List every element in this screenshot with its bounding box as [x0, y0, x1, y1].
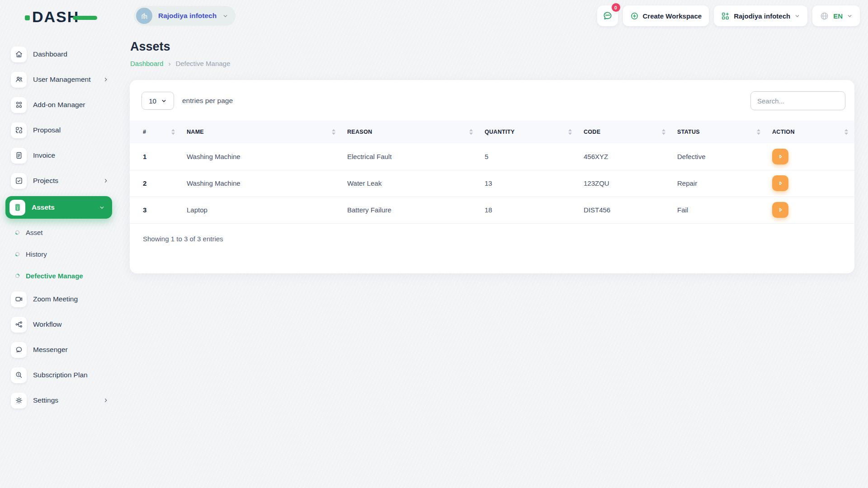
grid-plus-icon: [721, 12, 730, 20]
search-input[interactable]: [750, 91, 845, 110]
cell-reason: Water Leak: [347, 170, 485, 197]
column-header-name[interactable]: NAME: [187, 121, 347, 143]
sidebar-item-label: Assets: [32, 203, 55, 211]
table-row: 3 Laptop Battery Failure 18 DIST456 Fail: [130, 197, 854, 223]
sidebar-item-label: Workflow: [33, 320, 61, 328]
video-icon: [11, 291, 27, 307]
sidebar-subitem-defective-manage[interactable]: Defective Manage: [0, 265, 118, 286]
sort-arrows-icon[interactable]: [469, 129, 474, 135]
cell-code: 123ZQU: [584, 170, 677, 197]
sidebar-item-zoom-meeting[interactable]: Zoom Meeting: [0, 286, 118, 312]
globe-icon: [820, 11, 829, 21]
create-workspace-label: Create Workspace: [643, 12, 702, 20]
column-header-num[interactable]: #: [130, 121, 187, 143]
sidebar-item-projects[interactable]: Projects: [0, 168, 118, 193]
breadcrumb-dashboard-link[interactable]: Dashboard: [130, 60, 163, 67]
chevron-right-icon: [103, 77, 108, 82]
caret-right-icon: [777, 180, 784, 187]
cell-num: 3: [130, 197, 187, 223]
sidebar-item-label: Proposal: [33, 126, 61, 134]
row-action-button[interactable]: [772, 202, 788, 218]
sidebar-item-addon-manager[interactable]: Add-on Manager: [0, 92, 118, 117]
workspace-dropdown[interactable]: Rajodiya infotech: [714, 5, 807, 26]
workspace-avatar: [136, 8, 152, 24]
sidebar-item-label: Messenger: [33, 346, 68, 354]
column-header-code[interactable]: CODE: [584, 121, 677, 143]
check-square-icon: [11, 173, 27, 189]
share-icon: [11, 317, 27, 333]
workspace-switcher-pill[interactable]: Rajodiya infotech: [134, 6, 236, 26]
sidebar-item-label: Dashboard: [33, 50, 67, 58]
chevron-down-icon: [222, 13, 228, 19]
language-selector[interactable]: EN: [812, 5, 860, 26]
logo-dash-shape: [73, 16, 97, 20]
cell-code: 456XYZ: [584, 143, 677, 170]
plus-circle-icon: [630, 12, 639, 20]
cell-num: 2: [130, 170, 187, 197]
sort-arrows-icon[interactable]: [332, 129, 336, 135]
messages-count-badge: 0: [612, 3, 620, 12]
entries-per-page-select[interactable]: 10: [142, 92, 174, 110]
cell-action: [772, 170, 854, 197]
sidebar-item-label: Subscription Plan: [33, 371, 88, 379]
sidebar-item-assets[interactable]: Assets: [5, 196, 112, 219]
column-header-reason[interactable]: REASON: [347, 121, 485, 143]
cell-quantity: 5: [485, 143, 584, 170]
row-action-button[interactable]: [772, 175, 788, 191]
sidebar-item-settings[interactable]: Settings: [0, 388, 118, 413]
sort-arrows-icon[interactable]: [662, 129, 666, 135]
sort-arrows-icon[interactable]: [568, 129, 573, 135]
cell-action: [772, 197, 854, 223]
sort-arrows-icon[interactable]: [844, 129, 849, 135]
table-entries-summary: Showing 1 to 3 of 3 entries: [143, 235, 223, 243]
breadcrumb-separator-icon: ›: [168, 60, 170, 67]
bullet-ring-icon: [15, 273, 20, 278]
cell-action: [772, 143, 854, 170]
sidebar-item-subscription-plan[interactable]: $ Subscription Plan: [0, 362, 118, 388]
chevron-down-icon: [161, 98, 167, 104]
workspace-dropdown-label: Rajodiya infotech: [734, 12, 790, 20]
sidebar-item-messenger[interactable]: Messenger: [0, 337, 118, 362]
cell-num: 1: [130, 143, 187, 170]
sidebar-item-proposal[interactable]: Proposal: [0, 117, 118, 143]
entries-per-page-label: entries per page: [182, 92, 233, 110]
sidebar-item-invoice[interactable]: Invoice: [0, 143, 118, 168]
brand-logo[interactable]: DASH: [25, 7, 97, 26]
sidebar-item-label: Add-on Manager: [33, 101, 85, 109]
sidebar-subitem-history[interactable]: History: [0, 243, 118, 265]
topbar-actions: 0 Create Workspace Rajodiya infotech EN: [597, 5, 860, 26]
sort-arrows-icon[interactable]: [757, 129, 761, 135]
bullet-ring-icon: [15, 252, 20, 257]
sidebar-subitem-label: Asset: [26, 229, 43, 236]
column-header-action[interactable]: ACTION: [772, 121, 854, 143]
create-workspace-button[interactable]: Create Workspace: [623, 5, 709, 26]
row-action-button[interactable]: [772, 149, 788, 164]
document-icon: [11, 148, 27, 164]
column-header-status[interactable]: STATUS: [677, 121, 772, 143]
cell-status: Repair: [677, 170, 772, 197]
brand-name: DASH: [32, 9, 79, 24]
workspace-pill-label: Rajodiya infotech: [158, 12, 217, 20]
sidebar-item-workflow[interactable]: Workflow: [0, 312, 118, 337]
users-icon: [11, 72, 27, 88]
chevron-down-icon: [99, 205, 105, 211]
sidebar-item-label: Settings: [33, 396, 58, 404]
cell-reason: Battery Failure: [347, 197, 485, 223]
calculator-icon: [9, 200, 25, 216]
table-row: 1 Washing Machine Electrical Fault 5 456…: [130, 143, 854, 170]
table-header-row: # NAME REASON QUANTITY CODE STATUS ACTIO…: [130, 121, 854, 143]
caret-right-icon: [777, 206, 784, 213]
sidebar-item-dashboard[interactable]: Dashboard: [0, 42, 118, 67]
cell-reason: Electrical Fault: [347, 143, 485, 170]
gear-icon: [11, 393, 27, 408]
defective-assets-table: # NAME REASON QUANTITY CODE STATUS ACTIO…: [130, 121, 854, 224]
column-header-quantity[interactable]: QUANTITY: [485, 121, 584, 143]
sidebar-item-user-management[interactable]: User Management: [0, 67, 118, 92]
messages-button[interactable]: 0: [597, 5, 618, 26]
cell-code: DIST456: [584, 197, 677, 223]
sort-arrows-icon[interactable]: [171, 129, 176, 135]
logo-dot-shape: [25, 15, 30, 20]
sidebar-item-label: Projects: [33, 177, 58, 185]
sidebar-subitem-label: History: [26, 250, 47, 258]
sidebar-subitem-asset[interactable]: Asset: [0, 221, 118, 243]
